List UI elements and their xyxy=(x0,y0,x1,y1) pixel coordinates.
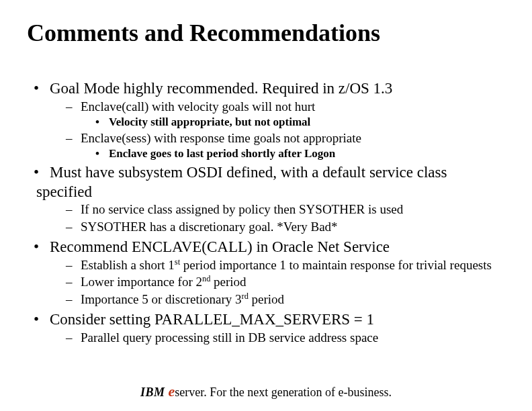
bullet-item: Lower importance for 2nd period xyxy=(66,274,505,290)
bullet-item: Enclave goes to last period shortly afte… xyxy=(95,146,505,161)
bullet-text: Recommend ENCLAVE(CALL) in Oracle Net Se… xyxy=(50,238,390,255)
bullet-item: Goal Mode highly recommended. Required i… xyxy=(36,79,505,161)
bullet-item: SYSOTHER has a discretionary goal. *Very… xyxy=(66,219,505,235)
footer: IBM eserver. For the next generation of … xyxy=(0,383,532,400)
bullet-text: Enclave(sess) with response time goals n… xyxy=(81,131,361,145)
bullet-text: Velocity still appropriate, but not opti… xyxy=(109,116,310,128)
bullet-item: Enclave(call) with velocity goals will n… xyxy=(66,99,505,129)
footer-server: server. xyxy=(175,385,206,399)
bullet-text: Establish a short 1 xyxy=(81,258,175,272)
bullet-item: Consider setting PARALLEL_MAX_SERVERS = … xyxy=(36,310,505,346)
footer-tagline: For the next generation of e-business. xyxy=(207,385,392,399)
bullet-item: Importance 5 or discretionary 3rd period xyxy=(66,291,505,308)
bullet-item: Establish a short 1st period importance … xyxy=(66,257,505,273)
ordinal-sup: nd xyxy=(202,274,210,283)
bullet-text: period importance 1 to maintain response… xyxy=(180,258,492,272)
bullet-item: Must have subsystem OSDI defined, with a… xyxy=(36,163,505,235)
bullet-text: If no service class assigned by policy t… xyxy=(81,202,403,216)
bullet-text: Consider setting PARALLEL_MAX_SERVERS = … xyxy=(50,311,374,328)
footer-e-logo: e xyxy=(168,383,175,400)
bullet-item: Enclave(sess) with response time goals n… xyxy=(66,130,505,161)
slide-title: Comments and Recommendations xyxy=(27,19,505,47)
bullet-text: Must have subsystem OSDI defined, with a… xyxy=(36,164,447,200)
bullet-text: Enclave goes to last period shortly afte… xyxy=(109,147,335,160)
bullet-item: Parallel query processing still in DB se… xyxy=(66,330,505,346)
bullet-text: period xyxy=(210,275,246,289)
bullet-text: Enclave(call) with velocity goals will n… xyxy=(81,99,315,113)
bullet-text: Importance 5 or discretionary 3 xyxy=(81,292,242,306)
bullet-item: If no service class assigned by policy t… xyxy=(66,201,505,218)
bullet-item: Recommend ENCLAVE(CALL) in Oracle Net Se… xyxy=(36,238,505,308)
footer-ibm: IBM xyxy=(140,385,169,399)
bullet-text: Goal Mode highly recommended. Required i… xyxy=(50,80,392,97)
ordinal-sup: st xyxy=(175,257,180,266)
bullet-text: period xyxy=(249,292,284,306)
ordinal-sup: rd xyxy=(242,291,249,301)
bullet-text: Parallel query processing still in DB se… xyxy=(81,330,378,345)
bullet-list: Goal Mode highly recommended. Required i… xyxy=(27,79,505,345)
bullet-item: Velocity still appropriate, but not opti… xyxy=(95,115,505,129)
slide-content: Comments and Recommendations Goal Mode h… xyxy=(0,0,532,345)
bullet-text: SYSOTHER has a discretionary goal. *Very… xyxy=(81,220,338,234)
bullet-text: Lower importance for 2 xyxy=(81,275,202,289)
